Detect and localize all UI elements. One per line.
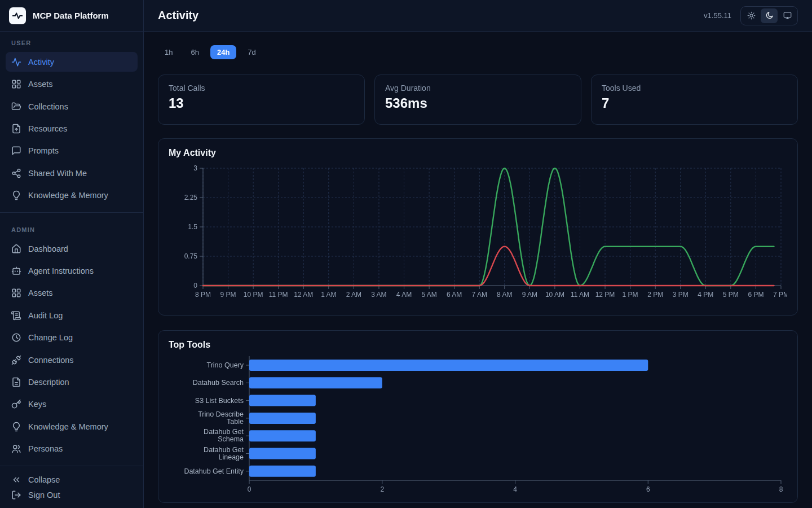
chart-title: Top Tools	[169, 340, 787, 350]
sidebar-item-change-log[interactable]: Change Log	[6, 327, 138, 347]
svg-text:0: 0	[193, 282, 197, 290]
bar-datahub-get-entity	[249, 466, 316, 477]
stat-card-total-calls: Total Calls 13	[158, 75, 365, 125]
axes: 02468	[248, 356, 783, 492]
sidebar-item-sign-out[interactable]: Sign Out	[6, 487, 138, 502]
time-range-7d-button[interactable]: 7d	[241, 45, 262, 59]
sidebar-item-knowledge-memory[interactable]: Knowledge & Memory	[6, 185, 138, 205]
bar-datahub-get-schema	[249, 430, 316, 441]
svg-text:8: 8	[779, 485, 783, 492]
sidebar-item-label: Sign Out	[28, 491, 60, 500]
file-up-icon	[11, 124, 21, 134]
home-icon	[11, 244, 21, 254]
sidebar-item-label: Connections	[28, 356, 74, 365]
sidebar-item-collections[interactable]: Collections	[6, 97, 138, 116]
svg-text:9 AM: 9 AM	[522, 291, 537, 299]
stat-card-avg-duration: Avg Duration 536ms	[374, 75, 581, 125]
stat-label: Tools Used	[602, 84, 787, 93]
svg-text:7 AM: 7 AM	[472, 291, 487, 299]
grid-icon	[11, 79, 21, 89]
svg-text:3 AM: 3 AM	[371, 291, 386, 299]
theme-system-button[interactable]	[779, 8, 796, 23]
sidebar-item-assets[interactable]: Assets	[6, 74, 138, 94]
stat-label: Total Calls	[169, 84, 354, 93]
theme-dark-button[interactable]	[761, 8, 778, 23]
svg-text:Datahub Get: Datahub Get	[204, 446, 244, 454]
sidebar-footer: CollapseSign Out	[0, 460, 143, 502]
sidebar-divider	[0, 466, 143, 466]
top-tools-chart-card: Top Tools 02468Trino QueryDatahub Search…	[158, 330, 798, 503]
stat-card-tools-used: Tools Used 7	[591, 75, 798, 125]
sidebar-item-audit-log[interactable]: Audit Log	[6, 305, 138, 325]
svg-text:Datahub Get: Datahub Get	[204, 428, 244, 436]
svg-text:2: 2	[380, 485, 384, 492]
svg-text:11 AM: 11 AM	[571, 291, 589, 299]
stat-label: Avg Duration	[385, 84, 571, 93]
sidebar-item-label: Dashboard	[28, 244, 68, 253]
grid-icon	[11, 288, 21, 298]
sidebar-item-resources[interactable]: Resources	[6, 119, 138, 138]
users-icon	[11, 444, 21, 454]
brand: MCP Data Platform	[0, 0, 144, 31]
my-activity-chart-card: My Activity 00.751.52.2538 PM9 PM10 PM11…	[158, 138, 798, 316]
sidebar-item-label: Shared With Me	[28, 169, 87, 178]
sidebar-item-label: Description	[28, 378, 69, 387]
sidebar-item-activity[interactable]: Activity	[6, 52, 138, 72]
key-icon	[11, 399, 21, 409]
page-title: Activity	[158, 9, 198, 22]
svg-text:6 PM: 6 PM	[748, 291, 764, 299]
svg-text:4 PM: 4 PM	[698, 291, 713, 299]
svg-text:5 AM: 5 AM	[421, 291, 436, 299]
svg-text:2.25: 2.25	[184, 194, 198, 202]
my-activity-line-chart: 00.751.52.2538 PM9 PM10 PM11 PM12 AM1 AM…	[169, 161, 787, 304]
bot-icon	[11, 266, 21, 276]
chevrons-left-icon	[11, 475, 21, 485]
clock-icon	[11, 332, 21, 343]
top-tools-bar-chart: 02468Trino QueryDatahub SearchS3 List Bu…	[169, 353, 787, 492]
monitor-icon	[783, 11, 792, 20]
bar-trino-query	[249, 360, 648, 371]
svg-text:8 PM: 8 PM	[195, 291, 211, 299]
svg-text:Schema: Schema	[218, 435, 244, 443]
time-range-1h-button[interactable]: 1h	[158, 45, 179, 59]
time-range-6h-button[interactable]: 6h	[184, 45, 205, 59]
bar-label-datahub-search: Datahub Search	[193, 379, 244, 387]
svg-text:0: 0	[248, 485, 251, 492]
sidebar-item-agent-instructions[interactable]: Agent Instructions	[6, 261, 138, 281]
sidebar-item-connections[interactable]: Connections	[6, 350, 138, 370]
sidebar-item-label: Assets	[28, 288, 53, 297]
bar-label-trino-query: Trino Query	[206, 361, 244, 369]
time-range-24h-button[interactable]: 24h	[210, 45, 236, 59]
svg-text:3 PM: 3 PM	[673, 291, 689, 299]
svg-text:S3 List Buckets: S3 List Buckets	[195, 397, 244, 405]
svg-text:Lineage: Lineage	[219, 453, 244, 461]
stats-row: Total Calls 13 Avg Duration 536ms Tools …	[158, 75, 798, 125]
bar-label-trino-describe-table: Trino DescribeTable	[198, 410, 244, 426]
sidebar-item-assets[interactable]: Assets	[6, 283, 138, 303]
svg-text:6: 6	[646, 485, 650, 492]
sun-icon	[747, 11, 756, 20]
sidebar: USERActivityAssetsCollectionsResourcesPr…	[0, 32, 144, 508]
theme-toggle-group	[740, 6, 798, 25]
svg-text:4: 4	[513, 485, 517, 492]
sidebar-item-description[interactable]: Description	[6, 372, 138, 392]
sidebar-item-personas[interactable]: Personas	[6, 439, 138, 459]
app-title: MCP Data Platform	[33, 11, 109, 20]
sidebar-item-keys[interactable]: Keys	[6, 395, 138, 414]
stat-value: 536ms	[385, 95, 571, 111]
sidebar-item-collapse[interactable]: Collapse	[6, 472, 138, 487]
svg-text:Table: Table	[227, 418, 244, 426]
sidebar-item-prompts[interactable]: Prompts	[6, 141, 138, 161]
sidebar-item-dashboard[interactable]: Dashboard	[6, 239, 138, 259]
svg-text:0.75: 0.75	[184, 252, 198, 260]
sidebar-item-shared-with-me[interactable]: Shared With Me	[6, 163, 138, 183]
header-right: v1.55.11	[704, 6, 798, 25]
bar-s3-list-buckets	[249, 395, 316, 406]
scroll-text-icon	[11, 310, 21, 321]
bar-label-datahub-get-schema: Datahub GetSchema	[204, 428, 244, 443]
svg-text:12 AM: 12 AM	[294, 291, 313, 299]
header-main: Activity v1.55.11	[144, 0, 812, 31]
svg-text:3: 3	[193, 164, 197, 172]
sidebar-item-knowledge-memory[interactable]: Knowledge & Memory	[6, 417, 138, 436]
theme-light-button[interactable]	[743, 8, 760, 23]
